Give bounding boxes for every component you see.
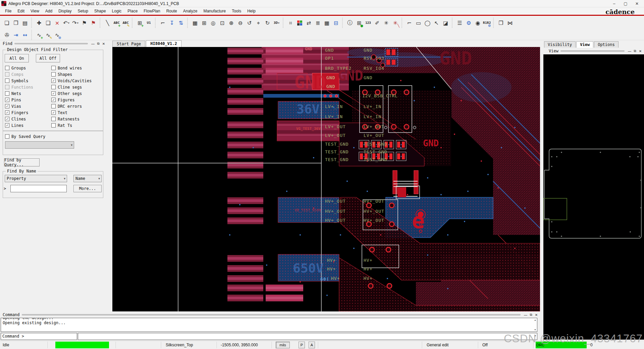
menu-manufacture[interactable]: Manufacture (200, 8, 229, 14)
inspect-icon[interactable]: ✇ (2, 31, 11, 40)
filter-rat-ts[interactable]: Rat Ts (51, 122, 92, 129)
add-text-icon[interactable]: ABC+ (112, 18, 121, 28)
delay-tune-icon[interactable]: ⇅ (176, 18, 185, 28)
by-saved-query-checkbox[interactable]: By Saved Query (5, 133, 45, 140)
toggle-state[interactable]: Off (482, 343, 488, 347)
distance-icon[interactable]: ↔ (20, 31, 30, 40)
menu-display[interactable]: Display (55, 8, 74, 14)
filter-bond-wires[interactable]: Bond wires (51, 65, 92, 71)
command-float-icon[interactable]: ⧉ (529, 313, 533, 317)
filter-fingers[interactable]: ✓Fingers (5, 109, 33, 116)
pcb-design-canvas[interactable]: GNDGNDGNDGND36V650VVG_TEST_36VVD_TEST_65… (112, 47, 540, 311)
view-panel-grip[interactable] (560, 50, 625, 52)
property-select[interactable]: Property▼ (5, 175, 67, 182)
highlight-icon[interactable]: ✳ (382, 18, 391, 28)
filter-nets[interactable]: Nets (5, 90, 33, 97)
checkbox-icon[interactable]: ✓ (5, 117, 9, 121)
checkbox-icon[interactable] (51, 72, 56, 77)
filter-other-segs[interactable]: ✓Other segs (51, 90, 92, 97)
shape-void-icon[interactable]: ◪ (441, 18, 450, 28)
menu-route[interactable]: Route (163, 8, 180, 14)
world-view-minimap[interactable] (543, 54, 644, 340)
checkbox-icon[interactable]: ✓ (5, 98, 9, 102)
view-float-icon[interactable]: ⧉ (633, 49, 637, 53)
drc-status-badge[interactable]: DRC (536, 342, 587, 348)
checkbox-icon[interactable] (51, 117, 56, 121)
info-icon[interactable]: ⓘ (345, 18, 355, 28)
snapshot-icon[interactable]: ◉ (473, 18, 482, 28)
filter-text[interactable]: ✓Text (51, 109, 92, 116)
menu-setup[interactable]: Setup (75, 8, 91, 14)
color-brush-icon[interactable]: ✐ (373, 18, 382, 28)
menu-analyze[interactable]: Analyze (180, 8, 201, 14)
measure-icon[interactable]: 123 (364, 18, 373, 28)
minimize-button[interactable]: – (608, 0, 620, 7)
menu-view[interactable]: View (28, 8, 42, 14)
checkbox-icon[interactable] (51, 85, 56, 89)
unpin-icon[interactable]: ⚑ (89, 18, 98, 28)
drafting-cross-icon[interactable]: ⋈ (505, 18, 515, 28)
filter-lines[interactable]: ✓Lines (5, 122, 33, 129)
edit-probe-icon[interactable]: ∿✎ (44, 31, 53, 40)
menu-shape[interactable]: Shape (91, 8, 109, 14)
open-file-icon[interactable]: ❐ (11, 18, 20, 28)
panel-divider[interactable] (540, 40, 543, 341)
command-minimize-icon[interactable]: — (523, 313, 528, 317)
add-probe-icon[interactable]: ∿+ (35, 31, 44, 40)
checkbox-icon[interactable]: ✓ (51, 98, 56, 102)
units-button[interactable]: mils (276, 342, 290, 348)
checkbox-icon[interactable] (51, 66, 56, 70)
checkbox-icon[interactable]: ✓ (51, 91, 56, 96)
tab-options[interactable]: Options (594, 41, 619, 48)
checkbox-icon[interactable]: ✓ (5, 123, 9, 128)
pick-button[interactable]: P (299, 342, 305, 348)
snap-pin-icon[interactable]: ⇥ (11, 31, 20, 40)
shape-polygon-icon[interactable]: ⌐ (405, 18, 414, 28)
find-panel-grip[interactable] (14, 43, 88, 44)
filter-vias[interactable]: ✓Vias (5, 103, 33, 109)
zoom-previous-icon[interactable]: ↺ (245, 18, 254, 28)
find-close-icon[interactable]: ✕ (101, 42, 106, 46)
redo-icon[interactable]: ↷▾ (71, 18, 80, 28)
view-minimize-icon[interactable]: — (627, 49, 632, 53)
by-saved-query-box[interactable] (5, 134, 9, 139)
cross-section-icon[interactable]: ≣ (313, 18, 322, 28)
slide-route-icon[interactable]: ↧ (167, 18, 176, 28)
zoom-point-icon[interactable]: ◎ (209, 18, 218, 28)
menu-tools[interactable]: Tools (229, 8, 244, 14)
layer-priority-icon[interactable]: ⇄ (304, 18, 313, 28)
redraw-icon[interactable]: ↻ (263, 18, 272, 28)
replicate-icon[interactable]: ❐ (496, 18, 505, 28)
move-icon[interactable]: ✚ (35, 18, 44, 28)
edit-text-icon[interactable]: ABC✎ (121, 18, 130, 28)
new-file-icon[interactable]: ❏ (2, 18, 11, 28)
delete-icon[interactable]: × (53, 18, 62, 28)
pin-icon[interactable]: ⚑ (80, 18, 89, 28)
checkbox-icon[interactable]: ✓ (5, 110, 9, 115)
find-minimize-icon[interactable]: — (91, 42, 95, 46)
filter-groups[interactable]: Groups (5, 65, 33, 71)
shape-rect-icon[interactable]: ▭ (414, 18, 423, 28)
filter-figures[interactable]: ✓Figures (51, 97, 92, 103)
checkbox-icon[interactable] (51, 123, 56, 128)
shape-select-icon[interactable]: ↖ (432, 18, 441, 28)
view-close-icon[interactable]: ✕ (638, 49, 643, 53)
undo-icon[interactable]: ↶▾ (62, 18, 71, 28)
menu-flowplan[interactable]: FlowPlan (141, 8, 163, 14)
save-file-icon[interactable]: ▤ (20, 18, 30, 28)
grid-table-icon[interactable]: ▦ (322, 18, 331, 28)
filter-voids-cavities[interactable]: ✓Voids/Cavities (51, 78, 92, 84)
menu-file[interactable]: File (2, 8, 14, 14)
probe-settings-icon[interactable]: ∿⚙ (53, 31, 62, 40)
scroll-down-icon[interactable]: ▼ (534, 329, 536, 331)
menu-logic[interactable]: Logic (109, 8, 125, 14)
command-input[interactable]: ▼ (78, 333, 537, 340)
find-name-input[interactable] (10, 185, 67, 192)
name-select[interactable]: Name▼ (73, 175, 102, 182)
all-off-button[interactable]: All Off (36, 54, 60, 62)
filter-clines[interactable]: ✓Clines (5, 116, 33, 122)
filter-symbols[interactable]: Symbols (5, 78, 33, 84)
zoom-fit-icon[interactable]: ⌖ (254, 18, 263, 28)
edit-mode[interactable]: General edit (427, 343, 448, 347)
menu-help[interactable]: Help (244, 8, 259, 14)
